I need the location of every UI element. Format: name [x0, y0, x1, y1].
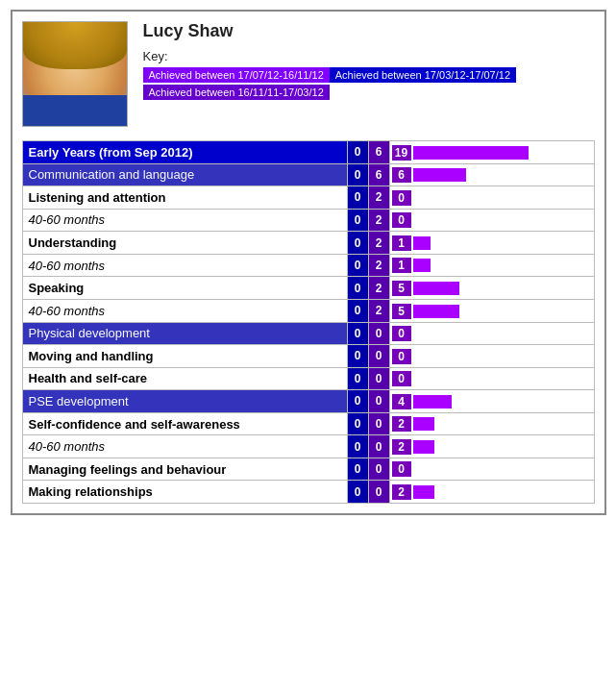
avatar [22, 21, 128, 127]
cell-n1: 2 [368, 254, 389, 277]
cell-n0: 0 [347, 232, 368, 255]
row-label: 40-60 months [22, 435, 347, 458]
row-label: Managing feelings and behaviour [22, 458, 347, 481]
cell-n0: 0 [347, 322, 368, 345]
cell-bar: 5 [389, 277, 594, 300]
cell-bar: 0 [389, 209, 594, 232]
cell-n1: 0 [368, 345, 389, 368]
cell-bar: 19 [389, 141, 594, 164]
cell-n0: 0 [347, 299, 368, 322]
cell-n1: 2 [368, 186, 389, 210]
table-row: Early Years (from Sep 2012)0619 [22, 141, 594, 164]
bar-inner [413, 236, 431, 250]
table-row: Health and self-care000 [22, 367, 594, 390]
cell-n0: 0 [347, 367, 368, 390]
key-item: Achieved between 17/03/12-17/07/12 [330, 67, 516, 83]
cell-bar: 0 [389, 186, 594, 210]
cell-n1: 0 [368, 481, 389, 504]
cell-bar: 2 [389, 435, 594, 458]
cell-n0: 0 [347, 141, 368, 164]
cell-n1: 2 [368, 232, 389, 255]
cell-bar: 1 [389, 232, 594, 255]
cell-bar: 0 [389, 322, 594, 345]
key-label: Key: [143, 49, 595, 63]
bar-inner [413, 282, 459, 295]
cell-n1: 6 [368, 141, 389, 164]
cell-bar: 5 [389, 299, 594, 322]
table-row: Self-confidence and self-awareness002 [22, 412, 594, 435]
cell-n0: 0 [347, 209, 368, 232]
cell-n1: 0 [368, 322, 389, 345]
row-label: Listening and attention [22, 186, 347, 210]
cell-n1: 0 [368, 458, 389, 481]
cell-bar: 2 [389, 481, 594, 504]
cell-n0: 0 [347, 458, 368, 481]
cell-n0: 0 [347, 481, 368, 504]
cell-n1: 2 [368, 299, 389, 322]
cell-n1: 0 [368, 435, 389, 458]
table-row: Communication and language066 [22, 163, 594, 186]
cell-n1: 6 [368, 163, 389, 186]
row-label: Physical development [22, 322, 347, 345]
cell-bar: 4 [389, 390, 594, 413]
bar-inner [413, 259, 431, 272]
header: Lucy Shaw Key: Achieved between 17/07/12… [22, 21, 595, 127]
table-row: Moving and handling000 [22, 345, 594, 368]
bar-inner [413, 146, 529, 160]
row-label: 40-60 months [22, 254, 347, 277]
row-label: 40-60 months [22, 209, 347, 232]
table-row: PSE development004 [22, 390, 594, 413]
key-item: Achieved between 16/11/11-17/03/12 [143, 85, 330, 100]
row-label: Self-confidence and self-awareness [22, 412, 347, 435]
cell-n1: 0 [368, 412, 389, 435]
row-label: Health and self-care [22, 367, 347, 390]
cell-bar: 1 [389, 254, 594, 277]
profile-name: Lucy Shaw [143, 21, 595, 41]
table-row: 40-60 months021 [22, 254, 594, 277]
cell-bar: 6 [389, 163, 594, 186]
cell-bar: 0 [389, 345, 594, 368]
cell-n0: 0 [347, 277, 368, 300]
bar-inner [413, 395, 452, 408]
cell-n1: 0 [368, 390, 389, 413]
cell-bar: 0 [389, 458, 594, 481]
table-row: 40-60 months025 [22, 299, 594, 322]
cell-n0: 0 [347, 254, 368, 277]
cell-n0: 0 [347, 412, 368, 435]
key-item: Achieved between 17/07/12-16/11/12 [143, 67, 330, 83]
cell-n1: 2 [368, 277, 389, 300]
bar-inner [413, 440, 434, 454]
table-row: Physical development000 [22, 322, 594, 345]
cell-n0: 0 [347, 186, 368, 210]
cell-bar: 0 [389, 367, 594, 390]
bar-inner [413, 168, 466, 182]
bar-inner [413, 417, 434, 431]
bar-inner [413, 305, 459, 318]
row-label: Understanding [22, 232, 347, 255]
table-row: Managing feelings and behaviour000 [22, 458, 594, 481]
cell-n0: 0 [347, 345, 368, 368]
cell-n1: 0 [368, 367, 389, 390]
table-row: Understanding021 [22, 232, 594, 255]
data-table: Early Years (from Sep 2012)0619Communica… [22, 140, 595, 504]
table-row: Making relationships002 [22, 481, 594, 504]
cell-n0: 0 [347, 390, 368, 413]
table-row: 40-60 months020 [22, 209, 594, 232]
main-container: Lucy Shaw Key: Achieved between 17/07/12… [11, 10, 606, 515]
row-label: Making relationships [22, 481, 347, 504]
row-label: Moving and handling [22, 345, 347, 368]
cell-n1: 2 [368, 209, 389, 232]
cell-n0: 0 [347, 163, 368, 186]
row-label: Early Years (from Sep 2012) [22, 141, 347, 164]
key-items: Achieved between 17/07/12-16/11/12Achiev… [143, 67, 595, 102]
bar-inner [413, 485, 434, 499]
table-row: Listening and attention020 [22, 186, 594, 210]
row-label: 40-60 months [22, 299, 347, 322]
row-label: PSE development [22, 390, 347, 413]
row-label: Communication and language [22, 163, 347, 186]
table-row: 40-60 months002 [22, 435, 594, 458]
row-label: Speaking [22, 277, 347, 300]
table-row: Speaking025 [22, 277, 594, 300]
cell-n0: 0 [347, 435, 368, 458]
profile-info: Lucy Shaw Key: Achieved between 17/07/12… [143, 21, 595, 102]
